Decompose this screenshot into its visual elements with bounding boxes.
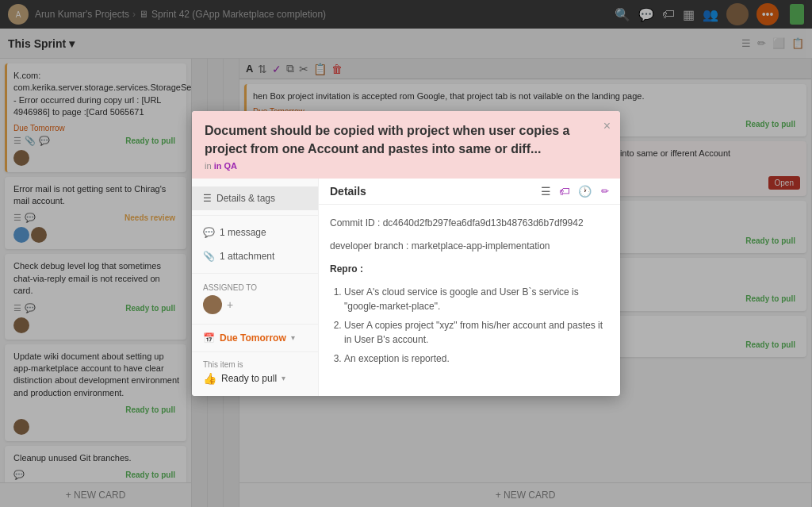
status-arrow-icon[interactable]: ▾: [282, 374, 285, 382]
due-arrow-icon[interactable]: ▾: [291, 333, 295, 342]
tag-icon[interactable]: 🏷: [559, 185, 570, 198]
repro-label: Repro :: [330, 262, 609, 277]
calendar-icon: 📅: [203, 332, 215, 344]
thumbs-up-icon: 👍: [203, 372, 216, 385]
attach-icon: 📎: [203, 251, 215, 262]
modal-close-button[interactable]: ×: [603, 119, 611, 133]
repro-step-2: User A copies project "xyz" from his/her…: [344, 318, 609, 347]
due-label: Due Tomorrow: [220, 332, 286, 344]
modal-content-header: Details ☰ 🏷 🕐 ✏: [319, 179, 620, 205]
assigned-section: Assigned to +: [192, 278, 318, 319]
card-detail-modal: Document should be copied with project w…: [192, 111, 620, 396]
clock-icon[interactable]: 🕐: [578, 185, 592, 198]
sidebar-attachment-tab[interactable]: 📎 1 attachment: [192, 244, 318, 268]
chat-icon: 💬: [203, 227, 215, 238]
text-icon[interactable]: ☰: [541, 185, 551, 198]
assign-avatar: [203, 295, 222, 314]
repro-steps: User A's cloud service is google and Use…: [330, 285, 609, 366]
modal-title: Document should be copied with project w…: [205, 122, 607, 158]
due-row: 📅 Due Tomorrow ▾: [203, 332, 307, 344]
edit-button[interactable]: ✏: [601, 186, 609, 197]
modal-location: in QA: [214, 161, 237, 171]
details-tab-label: Details: [330, 185, 531, 198]
sidebar-messages-tab[interactable]: 💬 1 message: [192, 221, 318, 244]
sidebar-details-tab[interactable]: ☰ Details & tags: [192, 186, 318, 210]
branch-text: developer branch : marketplace-app-imple…: [330, 239, 609, 254]
modal-body: ☰ Details & tags 💬 1 message 📎 1 attachm…: [192, 179, 620, 396]
repro-step-1: User A's cloud service is google and Use…: [344, 285, 609, 313]
modal-overlay: Document should be copied with project w…: [0, 0, 812, 507]
assign-row: +: [203, 295, 307, 314]
content-toolbar: ☰ 🏷 🕐: [541, 185, 592, 198]
modal-subtitle: in in QA: [205, 161, 607, 171]
modal-header: Document should be copied with project w…: [192, 111, 620, 179]
commit-id-text: Commit ID : dc4640d2fb297fea6dfa9d13b487…: [330, 216, 609, 231]
details-icon: ☰: [203, 193, 212, 204]
status-text: Ready to pull: [221, 373, 277, 384]
modal-sidebar: ☰ Details & tags 💬 1 message 📎 1 attachm…: [192, 179, 319, 396]
add-assignee-button[interactable]: +: [227, 298, 233, 311]
due-section: 📅 Due Tomorrow ▾: [192, 329, 318, 347]
modal-content-body: Commit ID : dc4640d2fb297fea6dfa9d13b487…: [319, 205, 620, 396]
repro-step-3: An exception is reported.: [344, 351, 609, 366]
status-section: This item is 👍 Ready to pull ▾: [192, 357, 318, 388]
status-row: 👍 Ready to pull ▾: [203, 372, 307, 385]
modal-content: Details ☰ 🏷 🕐 ✏ Commit ID : dc4640d2fb29…: [319, 179, 620, 396]
this-item-label: This item is: [203, 360, 307, 369]
